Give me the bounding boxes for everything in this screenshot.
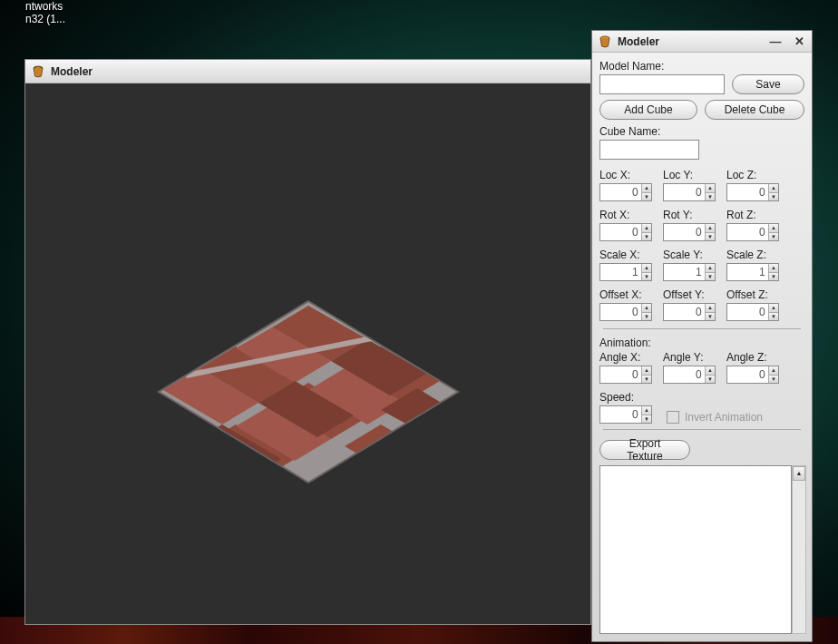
rot-y-spinner[interactable]: ▲▼ <box>663 223 716 241</box>
cube-name-label: Cube Name: <box>599 125 804 138</box>
loc-x-spinner[interactable]: ▲▼ <box>599 183 652 201</box>
speed-spinner[interactable]: ▲▼ <box>599 405 652 424</box>
offset-x-spinner[interactable]: ▲▼ <box>599 303 652 321</box>
save-button[interactable]: Save <box>732 74 804 94</box>
bucket-icon <box>598 34 612 49</box>
separator <box>603 328 801 329</box>
offset-row: Offset X:▲▼ Offset Y:▲▼ Offset Z:▲▼ <box>599 288 804 321</box>
cube-name-input[interactable] <box>599 140 699 160</box>
offset-z-spinner[interactable]: ▲▼ <box>726 303 779 321</box>
minimize-button[interactable]: — <box>768 34 783 49</box>
viewport-titlebar[interactable]: Modeler <box>25 60 590 83</box>
rot-x-spinner[interactable]: ▲▼ <box>599 223 652 241</box>
panel-titlebar[interactable]: Modeler — ✕ <box>592 31 812 53</box>
viewport-canvas[interactable] <box>25 83 590 624</box>
cube-listbox[interactable] <box>599 465 792 634</box>
separator <box>603 429 801 430</box>
offset-y-spinner[interactable]: ▲▼ <box>663 303 716 321</box>
scroll-up-icon[interactable]: ▲ <box>793 466 805 481</box>
speed-label: Speed: <box>599 391 652 404</box>
rot-row: Rot X:▲▼ Rot Y:▲▼ Rot Z:▲▼ <box>599 209 804 241</box>
panel-window: Modeler — ✕ Model Name: Save Add Cube De… <box>591 30 813 642</box>
panel-body: Model Name: Save Add Cube Delete Cube Cu… <box>592 53 812 638</box>
angle-row: Angle X:▲▼ Angle Y:▲▼ Angle Z:▲▼ <box>599 351 804 384</box>
viewport-title: Modeler <box>51 65 93 78</box>
desktop-icon-text: ntworks n32 (1... <box>25 0 65 25</box>
loc-row: Loc X:▲▼ Loc Y:▲▼ Loc Z:▲▼ <box>599 169 804 201</box>
add-cube-button[interactable]: Add Cube <box>599 100 697 120</box>
scale-y-spinner[interactable]: ▲▼ <box>663 263 716 281</box>
export-texture-button[interactable]: Export Texture <box>599 440 690 460</box>
brick-tile-model <box>150 292 467 492</box>
viewport-window: Modeler <box>24 59 591 625</box>
invert-animation-label: Invert Animation <box>685 411 763 424</box>
scale-x-spinner[interactable]: ▲▼ <box>599 263 652 281</box>
animation-label: Animation: <box>599 337 804 349</box>
panel-title: Modeler <box>618 35 659 48</box>
scale-row: Scale X:▲▼ Scale Y:▲▼ Scale Z:▲▼ <box>599 249 804 281</box>
invert-animation-checkbox[interactable] <box>667 411 679 424</box>
listbox-scrollbar[interactable]: ▲ <box>792 465 806 634</box>
loc-y-spinner[interactable]: ▲▼ <box>663 183 716 201</box>
loc-z-spinner[interactable]: ▲▼ <box>726 183 779 201</box>
angle-x-spinner[interactable]: ▲▼ <box>599 366 652 384</box>
scale-z-spinner[interactable]: ▲▼ <box>726 263 779 281</box>
model-name-input[interactable] <box>599 74 725 94</box>
delete-cube-button[interactable]: Delete Cube <box>705 100 804 120</box>
rot-z-spinner[interactable]: ▲▼ <box>726 223 779 241</box>
close-button[interactable]: ✕ <box>792 34 806 49</box>
model-name-label: Model Name: <box>599 60 804 73</box>
bucket-icon <box>31 64 45 79</box>
angle-y-spinner[interactable]: ▲▼ <box>663 366 716 384</box>
angle-z-spinner[interactable]: ▲▼ <box>726 366 779 384</box>
